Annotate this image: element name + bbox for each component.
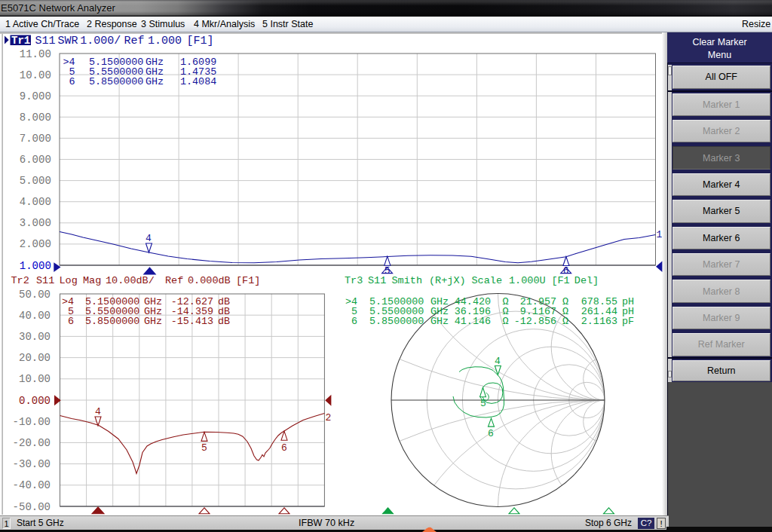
svg-text:S11: S11 xyxy=(368,275,386,286)
svg-text:4: 4 xyxy=(146,233,152,244)
svg-text:[F1]: [F1] xyxy=(236,275,260,286)
svg-text:6: 6 xyxy=(351,316,357,327)
svg-text:Ref: Ref xyxy=(124,35,145,47)
svg-text:10.00: 10.00 xyxy=(19,373,51,385)
svg-text:-10.00: -10.00 xyxy=(13,416,51,428)
svg-text:8.000: 8.000 xyxy=(20,112,51,124)
svg-text:5.8500000: 5.8500000 xyxy=(85,316,139,327)
svg-text:6: 6 xyxy=(69,76,75,87)
svg-text:-40.00: -40.00 xyxy=(13,479,51,491)
svg-text:4.000: 4.000 xyxy=(20,196,51,208)
svg-text:[F1]: [F1] xyxy=(187,35,214,47)
svg-text:0.000: 0.000 xyxy=(19,395,51,407)
svg-text:50.00: 50.00 xyxy=(19,289,51,301)
svg-text:Log: Log xyxy=(60,275,78,286)
svg-text:11.00: 11.00 xyxy=(20,48,51,60)
svg-text:5: 5 xyxy=(480,398,486,409)
svg-text:10.00: 10.00 xyxy=(20,69,51,81)
svg-text:Scale: Scale xyxy=(472,275,503,286)
svg-text:S11: S11 xyxy=(36,275,54,286)
svg-text:GHz: GHz xyxy=(430,316,449,327)
svg-text:41.146: 41.146 xyxy=(455,316,491,327)
svg-text:(R+jX): (R+jX) xyxy=(429,275,466,286)
svg-text:SWR: SWR xyxy=(57,35,78,47)
svg-text:6.000: 6.000 xyxy=(20,154,51,166)
svg-text:[F1: [F1 xyxy=(551,275,569,286)
svg-text:5: 5 xyxy=(201,442,207,454)
svg-text:Del]: Del] xyxy=(574,275,599,286)
svg-text:S11: S11 xyxy=(35,35,56,47)
svg-text:1.000/: 1.000/ xyxy=(80,35,121,47)
svg-text:1.4084: 1.4084 xyxy=(180,76,216,87)
svg-text:40.00: 40.00 xyxy=(19,310,51,322)
svg-text:2: 2 xyxy=(326,412,332,423)
svg-text:dB: dB xyxy=(218,316,230,327)
svg-text:pF: pF xyxy=(622,316,634,327)
svg-text:4: 4 xyxy=(95,406,101,417)
svg-text:30.00: 30.00 xyxy=(19,331,51,343)
svg-text:1.000: 1.000 xyxy=(148,35,182,47)
svg-text:6: 6 xyxy=(281,442,287,454)
svg-text:5.8500000: 5.8500000 xyxy=(89,76,143,87)
svg-text:20.00: 20.00 xyxy=(19,352,51,364)
svg-text:-15.413: -15.413 xyxy=(171,316,213,327)
svg-text:-30.00: -30.00 xyxy=(13,458,51,470)
svg-text:9.000: 9.000 xyxy=(20,90,51,102)
svg-text:Ref: Ref xyxy=(165,275,183,286)
svg-text:0.000dB: 0.000dB xyxy=(188,275,231,286)
svg-text:-20.00: -20.00 xyxy=(13,437,51,449)
svg-text:1.000: 1.000 xyxy=(20,260,51,272)
svg-text:5.000: 5.000 xyxy=(20,175,51,187)
svg-text:GHz: GHz xyxy=(144,316,162,327)
svg-text:-12.856: -12.856 xyxy=(514,316,556,327)
svg-text:7.000: 7.000 xyxy=(20,133,51,145)
svg-text:-50.00: -50.00 xyxy=(13,501,51,513)
svg-text:Ω: Ω xyxy=(562,316,568,327)
svg-text:3.000: 3.000 xyxy=(20,217,51,229)
svg-text:2.000: 2.000 xyxy=(20,238,51,250)
svg-text:Tr3: Tr3 xyxy=(345,275,363,286)
svg-text:Mag: Mag xyxy=(83,275,101,286)
svg-text:1.000U: 1.000U xyxy=(509,275,546,286)
svg-text:2.1163: 2.1163 xyxy=(581,316,617,327)
svg-text:6: 6 xyxy=(68,316,74,327)
svg-text:5.8500000: 5.8500000 xyxy=(369,316,424,327)
svg-text:GHz: GHz xyxy=(146,76,164,87)
svg-text:Ω: Ω xyxy=(503,316,509,327)
svg-text:Tr1: Tr1 xyxy=(11,35,30,47)
svg-text:4: 4 xyxy=(495,356,501,367)
svg-text:10.00dB/: 10.00dB/ xyxy=(106,275,155,286)
svg-text:6: 6 xyxy=(488,428,494,439)
svg-text:Smith: Smith xyxy=(392,275,423,286)
svg-text:Tr2: Tr2 xyxy=(11,275,29,286)
